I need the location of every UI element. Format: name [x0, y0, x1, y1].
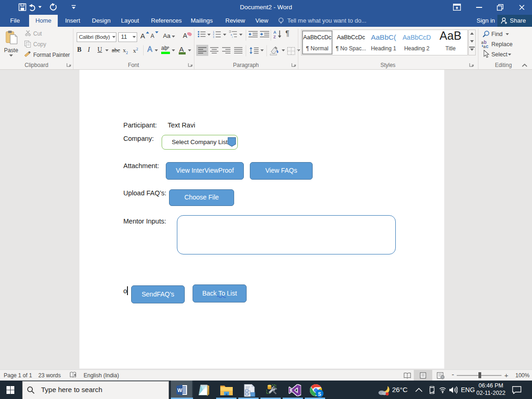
svg-text:S: S: [318, 391, 321, 397]
svg-text:W: W: [177, 387, 182, 393]
